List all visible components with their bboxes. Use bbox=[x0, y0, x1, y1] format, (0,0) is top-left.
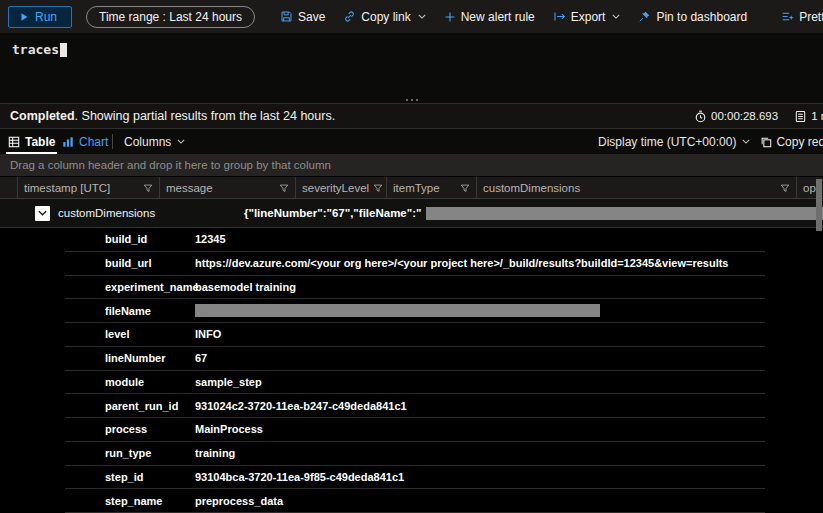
link-icon bbox=[343, 10, 356, 23]
column-label: timestamp [UTC] bbox=[24, 182, 110, 194]
detail-value: https://dev.azure.com/<your org here>/<y… bbox=[195, 257, 728, 269]
detail-key: lineNumber bbox=[105, 352, 193, 364]
expander-column-header bbox=[0, 177, 18, 198]
prettify-query-label: Prettify query bbox=[799, 10, 823, 24]
grid-header: timestamp [UTC] message severityLevel it… bbox=[0, 177, 823, 199]
detail-rows: build_id12345build_urlhttps://dev.azure.… bbox=[65, 228, 765, 513]
detail-value: INFO bbox=[195, 328, 221, 340]
expanded-row[interactable]: customDimensions {"lineNumber":"67","fil… bbox=[0, 199, 823, 228]
tab-table[interactable]: Table bbox=[8, 129, 55, 154]
prettify-query-button[interactable]: Prettify query bbox=[772, 0, 823, 33]
export-icon bbox=[553, 10, 566, 23]
detail-value: basemodel training bbox=[195, 281, 296, 293]
run-button[interactable]: Run bbox=[8, 6, 72, 28]
column-label: severityLevel bbox=[302, 182, 369, 194]
detail-key: level bbox=[105, 328, 193, 340]
detail-row[interactable]: fileName bbox=[65, 299, 765, 323]
copy-link-button[interactable]: Copy link bbox=[334, 0, 434, 33]
column-header-customdimensions[interactable]: customDimensions bbox=[477, 177, 797, 198]
query-editor[interactable]: traces bbox=[0, 33, 823, 103]
detail-row[interactable]: run_typetraining bbox=[65, 442, 765, 466]
column-label: itemType bbox=[393, 182, 440, 194]
tab-table-label: Table bbox=[25, 135, 55, 149]
splitter-handle[interactable] bbox=[406, 99, 418, 101]
chevron-down-icon bbox=[177, 139, 185, 144]
group-by-bar[interactable]: Drag a column header and drop it here to… bbox=[0, 154, 823, 177]
status-metrics: 00:00:28.693 1 recor bbox=[694, 104, 823, 128]
detail-row[interactable]: build_id12345 bbox=[65, 228, 765, 252]
detail-value: preprocess_data bbox=[195, 495, 283, 507]
filter-icon[interactable] bbox=[279, 183, 289, 193]
detail-key: step_name bbox=[105, 495, 193, 507]
query-toolbar: Run Time range : Last 24 hours Save Copy… bbox=[0, 0, 823, 33]
time-range-label: Time range : Last 24 hours bbox=[99, 10, 242, 24]
chevron-down-icon bbox=[612, 14, 620, 19]
time-range-button[interactable]: Time range : Last 24 hours bbox=[86, 6, 255, 28]
columns-dropdown[interactable]: Columns bbox=[124, 129, 185, 154]
run-label: Run bbox=[35, 10, 57, 24]
status-completed: Completed bbox=[10, 109, 75, 123]
save-icon bbox=[280, 10, 293, 23]
status-detail: . Showing partial results from the last … bbox=[75, 109, 336, 123]
copy-request-label: Copy request bbox=[776, 135, 823, 149]
detail-row[interactable]: levelINFO bbox=[65, 323, 765, 347]
filter-icon[interactable] bbox=[373, 183, 383, 193]
filter-icon[interactable] bbox=[460, 183, 470, 193]
column-header-message[interactable]: message bbox=[160, 177, 296, 198]
tabbar-divider bbox=[112, 134, 113, 149]
export-label: Export bbox=[571, 10, 606, 24]
save-label: Save bbox=[298, 10, 325, 24]
pin-to-dashboard-button[interactable]: Pin to dashboard bbox=[629, 0, 756, 33]
copy-link-label: Copy link bbox=[361, 10, 410, 24]
chevron-down-icon bbox=[418, 14, 426, 19]
redacted-value bbox=[195, 304, 600, 317]
detail-row[interactable]: modulesample_step bbox=[65, 371, 765, 395]
detail-row[interactable]: lineNumber67 bbox=[65, 347, 765, 371]
detail-row[interactable]: step_namepreprocess_data bbox=[65, 489, 765, 513]
detail-key: process bbox=[105, 423, 193, 435]
detail-key: step_id bbox=[105, 471, 193, 483]
export-button[interactable]: Export bbox=[544, 0, 630, 33]
stopwatch-icon bbox=[694, 110, 707, 123]
collapse-row-button[interactable] bbox=[35, 206, 50, 221]
new-alert-rule-button[interactable]: New alert rule bbox=[435, 0, 544, 33]
chart-icon bbox=[62, 136, 74, 148]
prettify-icon bbox=[781, 10, 794, 23]
scrollbar-thumb[interactable] bbox=[816, 179, 822, 231]
columns-label: Columns bbox=[124, 135, 171, 149]
tab-chart[interactable]: Chart bbox=[62, 129, 108, 154]
column-header-itemtype[interactable]: itemType bbox=[387, 177, 477, 198]
detail-key: fileName bbox=[105, 305, 193, 317]
detail-row[interactable]: processMainProcess bbox=[65, 418, 765, 442]
column-label: customDimensions bbox=[483, 182, 580, 194]
save-button[interactable]: Save bbox=[271, 0, 334, 33]
records-icon bbox=[794, 110, 807, 123]
copy-request-button[interactable]: Copy request bbox=[760, 135, 823, 149]
expanded-row-value: {"lineNumber":"67","fileName":" bbox=[244, 207, 422, 219]
column-label: message bbox=[166, 182, 213, 194]
results-toolbar-right: Display time (UTC+00:00) Copy request bbox=[598, 129, 823, 154]
filter-icon[interactable] bbox=[143, 183, 153, 193]
chevron-down-icon bbox=[742, 139, 750, 144]
query-text: traces bbox=[12, 42, 59, 57]
detail-key: run_type bbox=[105, 447, 193, 459]
detail-value: training bbox=[195, 447, 235, 459]
display-time-dropdown[interactable]: Display time (UTC+00:00) bbox=[598, 135, 750, 149]
expanded-row-key: customDimensions bbox=[58, 207, 244, 219]
pin-icon bbox=[638, 10, 651, 23]
detail-value: sample_step bbox=[195, 376, 262, 388]
copy-icon bbox=[760, 136, 772, 148]
vertical-scrollbar[interactable] bbox=[815, 177, 823, 513]
detail-row[interactable]: experiment_namebasemodel training bbox=[65, 276, 765, 300]
detail-row[interactable]: parent_run_id931024c2-3720-11ea-b247-c49… bbox=[65, 394, 765, 418]
detail-row[interactable]: build_urlhttps://dev.azure.com/<your org… bbox=[65, 252, 765, 276]
column-header-timestamp[interactable]: timestamp [UTC] bbox=[18, 177, 160, 198]
column-header-severitylevel[interactable]: severityLevel bbox=[296, 177, 387, 198]
detail-value: 93104bca-3720-11ea-9f85-c49deda841c1 bbox=[195, 471, 404, 483]
detail-value: MainProcess bbox=[195, 423, 263, 435]
detail-key: module bbox=[105, 376, 193, 388]
filter-icon[interactable] bbox=[780, 183, 790, 193]
detail-key: build_url bbox=[105, 257, 193, 269]
detail-value: 12345 bbox=[195, 233, 226, 245]
detail-row[interactable]: step_id93104bca-3720-11ea-9f85-c49deda84… bbox=[65, 466, 765, 490]
